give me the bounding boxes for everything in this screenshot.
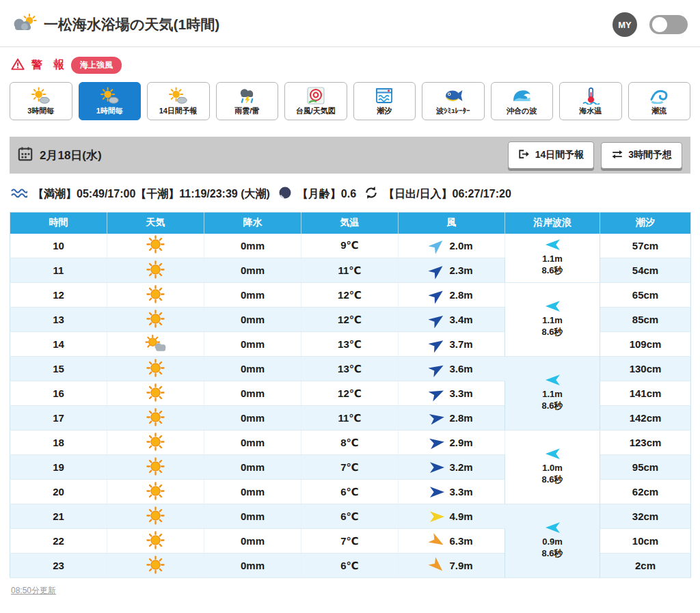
forecast-icon [31,87,50,105]
moon-age: 【月齢】0.6 [297,187,356,202]
tab-14d[interactable]: 14日間予報 [147,82,210,120]
swap-icon [611,149,623,162]
column-header: 降水 [204,213,301,234]
coastal-wave-cell: 1.1m8.6秒 [505,357,600,431]
wave-period: 8.6秒 [505,548,600,560]
tide-level-cell: 10cm [600,529,691,554]
toggle-knob [652,17,667,32]
wind-arrow [430,487,444,498]
wind-arrow [429,532,446,549]
wind-cell: 6.3m [399,529,505,554]
wind-arrow [429,385,446,401]
wind-arrow [429,262,446,280]
wind-arrow [429,436,445,449]
precip-cell: 0mm [204,234,301,258]
time-cell: 12 [10,283,107,308]
wind-arrow [429,556,446,574]
column-header: 時間 [10,213,107,234]
sunny-icon [146,285,165,303]
wave-height: 1.1m [505,389,600,400]
tide-level-cell: 142cm [600,406,691,431]
tab-offshore-wave[interactable]: 沖合の波 [491,82,554,120]
wave-height: 0.9m [505,536,600,548]
tide-level-cell: 141cm [600,381,691,406]
weather-page: 一松海水浴場の天気(1時間) MY 警 報 海上強風 3時間毎1時間毎14日間予… [0,0,700,613]
wind-cell: 4.9m [399,504,505,529]
forecast-row: 100mm9℃2.0m1.1m8.6秒57cm [10,234,691,258]
column-header: 潮汐 [600,213,691,234]
tab-1h[interactable]: 1時間毎 [79,82,142,120]
tab-wave-sim[interactable]: 波ｼﾐｭﾚｰﾀｰ [422,82,485,120]
tide-level-cell: 2cm [600,554,691,578]
weather-cell [107,258,204,283]
alert-label: 警 報 [31,58,64,72]
sunny-icon [146,310,165,328]
tab-rain-radar[interactable]: 雨雲/雷 [216,82,279,120]
forecast-14d-button[interactable]: 14日間予報 [508,141,595,169]
wind-arrow [429,360,446,377]
wave-height: 1.0m [505,463,600,474]
my-button[interactable]: MY [612,12,637,37]
wind-speed: 3.3m [449,387,472,399]
sunny-icon [146,506,165,525]
sunny-icon [146,235,165,254]
weather-cell [107,406,204,431]
wind-speed: 2.9m [449,437,472,448]
sunny-icon [146,531,165,549]
sunny-icon [146,433,165,451]
tab-label: 1時間毎 [96,106,123,116]
wind-cell: 3.6m [399,357,505,381]
precip-cell: 0mm [204,431,301,455]
sunny-icon [146,383,165,402]
wind-arrow [429,286,446,304]
wave-direction-arrow [546,239,560,250]
temp-cell: 6℃ [301,554,399,578]
column-header: 沿岸波浪 [505,213,600,234]
tab-label: 雨雲/雷 [234,106,259,116]
tab-3h[interactable]: 3時間毎 [10,82,72,120]
tide-level-cell: 65cm [600,283,691,308]
wind-arrow [429,311,446,328]
temp-cell: 6℃ [301,480,399,504]
tab-tide[interactable]: 潮汐 [353,82,416,120]
tab-current[interactable]: 潮流 [628,82,691,120]
forecast-table: 時間天気降水気温風沿岸波浪潮汐 100mm9℃2.0m1.1m8.6秒57cm1… [10,212,691,578]
wind-speed: 3.2m [449,461,472,473]
precip-cell: 0mm [204,357,301,381]
page-title: 一松海水浴場の天気(1時間) [44,15,606,34]
wind-cell: 3.3m [399,480,505,504]
column-header: 風 [399,213,505,234]
alert-badge[interactable]: 海上強風 [71,57,122,74]
sunny-icon [146,457,165,476]
forecast-row: 120mm12℃2.8m1.1m8.6秒65cm [10,283,691,308]
tide-summary: 【満潮】05:49/17:00【干潮】11:19/23:39 (大潮) 【月齢】… [0,174,700,212]
wind-cell: 7.9m [399,554,505,578]
forecast-3h-button[interactable]: 3時間予想 [601,142,682,169]
my-toggle[interactable] [649,15,688,34]
tab-label: 潮汐 [377,106,392,116]
precip-cell: 0mm [204,406,301,431]
weather-cell [107,504,204,529]
forecast-row: 180mm8℃2.9m1.0m8.6秒123cm [10,431,691,455]
sunny-icon [146,556,165,574]
weather-cell [107,283,204,308]
wave-height: 1.1m [505,315,600,327]
temp-cell: 12℃ [301,308,399,332]
seatemp-icon [582,87,600,105]
tab-typhoon[interactable]: 台風/天気図 [284,82,347,120]
wind-speed: 2.3m [449,264,472,276]
wind-speed: 3.7m [449,338,472,350]
tide-level-cell: 95cm [600,455,691,480]
time-cell: 11 [10,258,107,283]
tab-sea-temp[interactable]: 海水温 [559,82,622,120]
export-icon [518,148,530,162]
tide-level-cell: 32cm [600,504,691,529]
temp-cell: 11℃ [301,258,399,283]
time-cell: 21 [10,504,107,529]
tide-level-cell: 109cm [600,332,691,357]
wind-cell: 2.8m [399,283,505,308]
wave-direction-arrow [546,301,560,312]
wave-direction-arrow [546,522,560,533]
temp-cell: 6℃ [301,504,399,529]
date-label: 2月18日(水) [40,148,501,163]
